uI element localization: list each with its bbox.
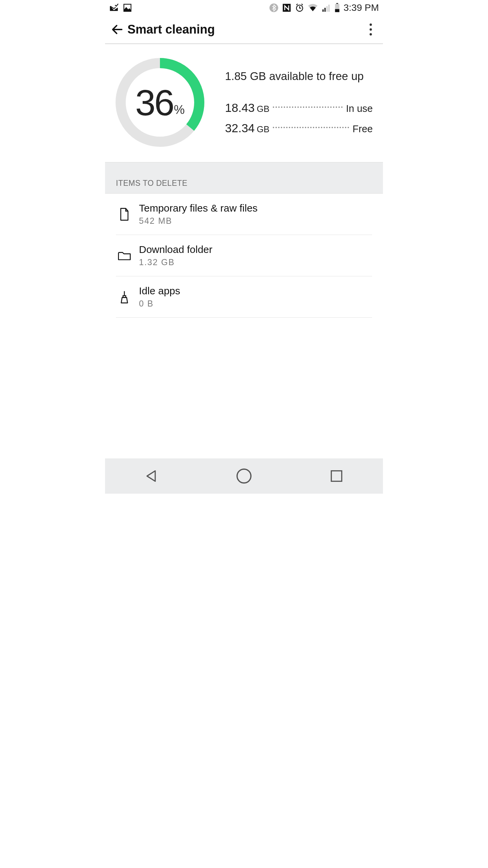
circle-home-icon xyxy=(236,468,252,484)
app-bar: Smart cleaning xyxy=(105,15,383,44)
percent-sign: % xyxy=(174,103,185,117)
list-item-temp-files[interactable]: Temporary files & raw files 542 MB xyxy=(116,194,372,235)
nav-recent-button[interactable] xyxy=(326,466,347,486)
stat-in-use-label: In use xyxy=(346,103,373,114)
svg-point-17 xyxy=(237,469,251,483)
broom-icon xyxy=(116,289,133,305)
back-button[interactable] xyxy=(110,22,125,37)
svg-rect-18 xyxy=(331,471,342,481)
stat-free-value: 32.34 xyxy=(225,121,255,135)
svg-rect-4 xyxy=(322,9,324,12)
svg-point-12 xyxy=(370,28,372,31)
status-right: 3:39 PM xyxy=(269,2,379,13)
stat-in-use-value: 18.43 xyxy=(225,101,255,115)
image-icon xyxy=(123,3,132,13)
status-time: 3:39 PM xyxy=(344,2,379,13)
usage-ring: 36 % xyxy=(115,58,205,147)
signal-icon xyxy=(321,3,331,13)
storage-stats: 1.85 GB available to free up 18.43 GB In… xyxy=(225,70,373,135)
nav-home-button[interactable] xyxy=(234,466,254,486)
stat-free-unit: GB xyxy=(257,124,270,135)
dotted-leader xyxy=(273,106,343,108)
available-to-free: 1.85 GB available to free up xyxy=(225,70,373,83)
stat-free-label: Free xyxy=(352,123,373,135)
svg-point-11 xyxy=(370,23,372,26)
battery-icon xyxy=(334,3,340,13)
folder-icon xyxy=(116,247,133,264)
svg-rect-10 xyxy=(335,9,339,12)
item-title: Idle apps xyxy=(139,285,180,297)
status-bar: 3:39 PM xyxy=(105,0,383,15)
svg-point-13 xyxy=(370,33,372,35)
nav-back-button[interactable] xyxy=(141,466,162,486)
item-title: Temporary files & raw files xyxy=(139,202,258,214)
wifi-icon xyxy=(308,3,318,13)
list-item-download-folder[interactable]: Download folder 1.32 GB xyxy=(116,235,372,276)
dotted-leader xyxy=(273,127,349,128)
nfc-icon xyxy=(282,3,291,13)
svg-rect-5 xyxy=(324,8,326,12)
stat-row-free: 32.34 GB Free xyxy=(225,121,373,135)
percent-value: 36 xyxy=(135,81,173,124)
item-size: 0 B xyxy=(139,299,180,309)
overflow-menu-button[interactable] xyxy=(363,23,378,36)
item-title: Download folder xyxy=(139,244,212,255)
file-icon xyxy=(116,206,133,223)
page-title: Smart cleaning xyxy=(127,22,363,37)
storage-summary: 36 % 1.85 GB available to free up 18.43 … xyxy=(105,44,383,162)
svg-rect-6 xyxy=(326,6,328,12)
status-left xyxy=(109,3,132,13)
list-item-idle-apps[interactable]: Idle apps 0 B xyxy=(116,276,372,318)
mail-icon xyxy=(109,3,119,13)
item-size: 542 MB xyxy=(139,216,258,226)
stat-row-in-use: 18.43 GB In use xyxy=(225,101,373,115)
more-vertical-icon xyxy=(366,23,375,36)
alarm-icon xyxy=(295,3,304,13)
triangle-back-icon xyxy=(144,469,159,484)
stat-in-use-unit: GB xyxy=(257,104,270,114)
bluetooth-icon xyxy=(269,3,279,13)
arrow-left-icon xyxy=(110,23,124,36)
item-size: 1.32 GB xyxy=(139,257,212,267)
svg-rect-7 xyxy=(328,4,330,12)
system-nav-bar xyxy=(105,458,383,494)
svg-rect-8 xyxy=(336,3,338,4)
square-recent-icon xyxy=(329,469,344,484)
section-header-items: ITEMS TO DELETE xyxy=(105,162,383,194)
items-list: Temporary files & raw files 542 MB Downl… xyxy=(105,194,383,458)
ring-label: 36 % xyxy=(115,58,205,147)
